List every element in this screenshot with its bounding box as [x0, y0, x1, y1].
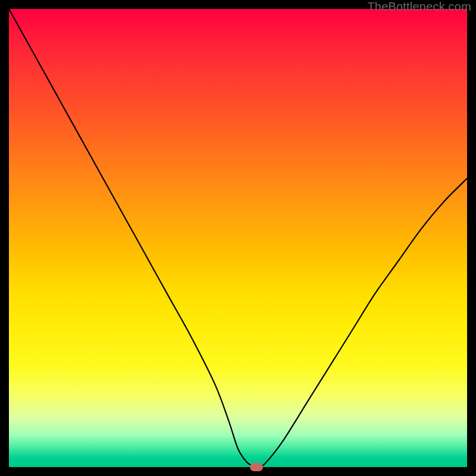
- plot-area: [9, 9, 467, 467]
- watermark-text: TheBottleneck.com: [367, 0, 471, 14]
- bottleneck-curve: [9, 9, 467, 467]
- curve-svg: [9, 9, 467, 467]
- chart-container: TheBottleneck.com: [0, 0, 476, 476]
- optimal-point-marker: [250, 463, 263, 471]
